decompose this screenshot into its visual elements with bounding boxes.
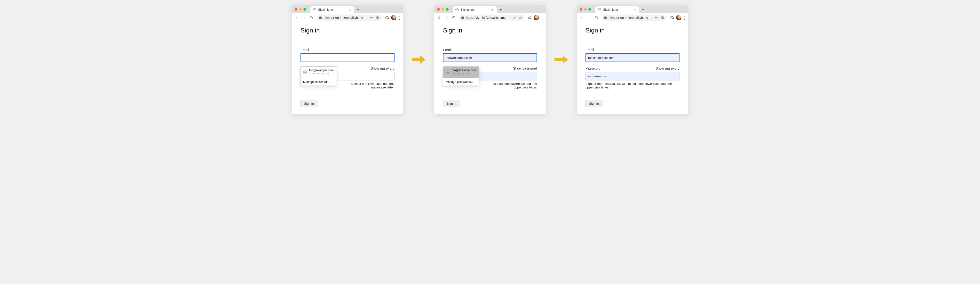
maximize-window-button[interactable] — [304, 8, 306, 11]
toolbar: https://sign-in-form.glitch.me — [577, 13, 688, 22]
globe-icon — [445, 70, 449, 74]
extensions-button[interactable] — [384, 14, 390, 21]
page-heading: Sign in — [443, 27, 537, 36]
signin-button[interactable]: Sign in — [301, 100, 317, 107]
password-help-text: Eight or more characters, with at least … — [585, 82, 679, 89]
star-icon[interactable] — [375, 16, 380, 20]
key-icon[interactable] — [370, 16, 374, 20]
autofill-suggestion[interactable]: foo@example.com •••••••••••••••• — [443, 67, 479, 78]
show-password-toggle[interactable]: Show password — [655, 67, 679, 70]
tab-title: Signin form — [603, 8, 631, 11]
titlebar: Signin form + — [577, 5, 688, 13]
key-icon[interactable] — [512, 16, 516, 20]
reload-icon — [452, 16, 456, 20]
browser-window-3: Signin form + https://sign-in-form.glitc… — [577, 5, 688, 114]
email-input[interactable]: foo@example.com — [443, 53, 537, 62]
puzzle-icon — [385, 16, 389, 20]
back-button[interactable] — [579, 14, 585, 21]
back-button[interactable] — [436, 14, 442, 21]
close-window-button[interactable] — [295, 8, 298, 11]
svg-point-1 — [513, 17, 514, 18]
show-password-toggle[interactable]: Show password — [513, 67, 537, 70]
arrow-right-icon — [302, 16, 306, 20]
back-button[interactable] — [294, 14, 300, 21]
extensions-button[interactable] — [527, 14, 533, 21]
star-icon[interactable] — [518, 16, 522, 20]
url-text: https://sign-in-form.glitch.me — [608, 16, 653, 19]
puzzle-icon — [528, 16, 531, 20]
close-window-button[interactable] — [437, 8, 440, 11]
reload-button[interactable] — [451, 14, 457, 21]
minimize-window-button[interactable] — [584, 8, 587, 11]
traffic-lights — [295, 8, 306, 11]
reload-button[interactable] — [308, 14, 315, 21]
address-bar[interactable]: https://sign-in-form.glitch.me — [459, 14, 524, 21]
browser-tab[interactable]: Signin form — [595, 6, 639, 13]
email-field-group: Email — [301, 48, 395, 62]
address-bar[interactable]: https://sign-in-form.glitch.me — [317, 14, 382, 21]
new-tab-button[interactable]: + — [498, 6, 504, 13]
profile-avatar[interactable] — [391, 15, 396, 21]
close-tab-icon[interactable] — [491, 8, 494, 11]
new-tab-button[interactable]: + — [355, 6, 361, 13]
arrow-right-icon — [587, 16, 591, 20]
minimize-window-button[interactable] — [299, 8, 302, 11]
email-input[interactable]: foo@example.com — [585, 53, 679, 62]
kebab-menu-icon[interactable] — [398, 16, 401, 20]
email-label: Email — [301, 48, 309, 52]
kebab-menu-icon[interactable] — [682, 16, 686, 20]
forward-button[interactable] — [301, 14, 307, 21]
star-icon[interactable] — [660, 16, 665, 20]
globe-icon — [598, 8, 601, 11]
reload-icon — [595, 16, 598, 20]
svg-point-0 — [371, 17, 372, 18]
password-autofill-dropdown: foo@example.com •••••••••••••••• Manage … — [443, 67, 479, 86]
forward-button[interactable] — [444, 14, 450, 21]
extensions-button[interactable] — [669, 14, 675, 21]
suggestion-email: foo@example.com — [309, 68, 334, 73]
forward-button[interactable] — [586, 14, 592, 21]
close-tab-icon[interactable] — [633, 8, 636, 11]
globe-icon — [455, 8, 459, 11]
toolbar: https://sign-in-form.glitch.me — [434, 13, 546, 22]
key-icon[interactable] — [655, 16, 659, 20]
page-content: Sign in Email foo@example.com ••••••••••… — [292, 22, 403, 114]
manage-passwords-link[interactable]: Manage passwords… — [443, 78, 479, 86]
new-tab-button[interactable]: + — [640, 6, 646, 13]
close-window-button[interactable] — [580, 8, 582, 11]
email-input[interactable] — [301, 53, 395, 62]
browser-tab[interactable]: Signin form — [453, 6, 496, 13]
autofill-suggestion[interactable]: foo@example.com •••••••••••••••• — [301, 67, 337, 78]
email-field-group: Email foo@example.com — [443, 48, 537, 62]
password-input[interactable]: •••••••••••••••• — [585, 72, 679, 81]
signin-button[interactable]: Sign in — [585, 100, 603, 107]
arrow-left-icon — [580, 16, 584, 20]
close-tab-icon[interactable] — [348, 8, 352, 11]
profile-avatar[interactable] — [676, 15, 681, 21]
page-heading: Sign in — [301, 27, 395, 36]
kebab-menu-icon[interactable] — [540, 16, 544, 20]
browser-tab[interactable]: Signin form — [310, 6, 354, 13]
lock-icon — [461, 16, 464, 19]
profile-avatar[interactable] — [534, 15, 539, 21]
lock-icon — [319, 16, 321, 19]
maximize-window-button[interactable] — [589, 8, 591, 11]
manage-passwords-link[interactable]: Manage passwords… — [301, 78, 337, 86]
password-field-group: Password Show password •••••••••••••••• … — [585, 67, 679, 89]
browser-window-2: Signin form + https://sign-in-form.glitc… — [434, 5, 546, 114]
reload-button[interactable] — [593, 14, 600, 21]
tab-title: Signin form — [461, 8, 489, 11]
signin-button[interactable]: Sign in — [443, 100, 460, 107]
traffic-lights — [437, 8, 449, 11]
address-bar[interactable]: https://sign-in-form.glitch.me — [601, 14, 667, 21]
maximize-window-button[interactable] — [446, 8, 449, 11]
minimize-window-button[interactable] — [442, 8, 444, 11]
show-password-toggle[interactable]: Show password — [371, 67, 395, 70]
suggestion-email: foo@example.com — [452, 68, 476, 73]
titlebar: Signin form + — [292, 5, 403, 13]
arrow-left-icon — [438, 16, 441, 20]
titlebar: Signin form + — [434, 5, 546, 13]
email-field-group: Email foo@example.com — [585, 48, 679, 62]
svg-point-2 — [655, 17, 657, 18]
page-content: Sign in Email foo@example.com foo@exampl… — [434, 22, 546, 114]
